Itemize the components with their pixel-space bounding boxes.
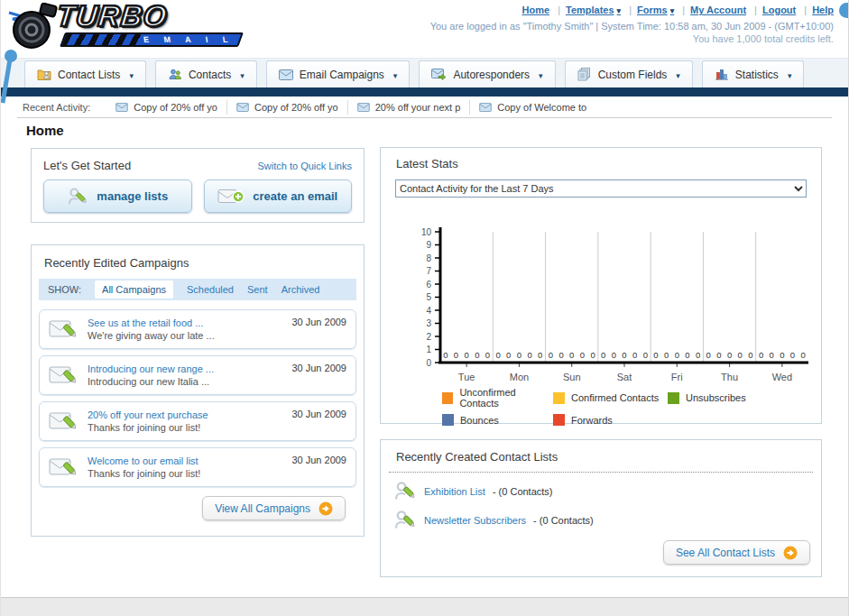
envelope-pencil-icon <box>49 317 79 342</box>
svg-text:Sun: Sun <box>563 372 581 382</box>
svg-text:0: 0 <box>569 350 574 360</box>
contact-list-row[interactable]: Exhibition List - (0 Contacts) <box>393 480 808 502</box>
campaign-date: 30 Jun 2009 <box>291 455 346 465</box>
svg-text:0: 0 <box>485 350 490 360</box>
manage-lists-button[interactable]: manage lists <box>43 179 192 213</box>
recent-activity-item[interactable]: Copy of Welcome to <box>469 100 595 115</box>
contact-list-count: - (0 Contacts) <box>493 486 553 497</box>
header-nav-link[interactable]: Help <box>812 5 834 15</box>
campaign-title-link[interactable]: Welcome to our email list <box>88 455 283 467</box>
svg-text:Thu: Thu <box>721 372 738 382</box>
envelope-pencil-icon <box>49 363 79 388</box>
header-nav-link[interactable]: Forms <box>637 5 674 15</box>
logo-wordmark: TURBO <box>55 0 169 33</box>
arrow-circle-icon <box>318 501 333 516</box>
recent-activity-item[interactable]: 20% off your next p <box>347 100 470 115</box>
get-started-title: Let's Get Started <box>43 159 131 172</box>
logo-email-text: E M A I L <box>143 35 244 44</box>
recent-contact-lists-panel: Recently Created Contact Lists Exhibitio… <box>380 439 822 577</box>
svg-text:7: 7 <box>426 266 431 276</box>
campaign-subtitle: Thanks for joining our list! <box>88 421 283 434</box>
campaign-list: See us at the retail food ... We're givi… <box>32 300 364 487</box>
campaign-title-link[interactable]: See us at the retail food ... <box>88 317 283 329</box>
stats-period-select[interactable]: Contact Activity for the Last 7 Days <box>395 179 807 198</box>
header-nav-link[interactable]: My Account <box>690 5 746 15</box>
svg-text:0: 0 <box>801 350 806 360</box>
campaign-filter-link[interactable]: Scheduled <box>187 284 234 295</box>
campaign-row[interactable]: 20% off your next purchase Thanks for jo… <box>39 401 356 441</box>
header-nav-link[interactable]: Templates <box>566 5 621 15</box>
show-label: SHOW: <box>48 284 81 295</box>
tab-custom-fields[interactable]: Custom Fields <box>565 60 693 87</box>
campaign-title-link[interactable]: Introducing our new range ... <box>88 363 283 375</box>
campaign-subtitle: Thanks for joining our list! <box>88 467 283 480</box>
tab-autoresponders[interactable]: Autoresponders <box>419 60 555 87</box>
svg-text:0: 0 <box>643 350 648 360</box>
campaign-filter-link[interactable]: Sent <box>247 284 268 295</box>
campaign-filter-bar: SHOW: All CampaignsScheduledSentArchived <box>39 279 356 300</box>
svg-text:0: 0 <box>517 350 521 360</box>
legend-swatch <box>553 392 565 404</box>
campaign-date: 30 Jun 2009 <box>291 317 346 327</box>
campaign-row[interactable]: Welcome to our email list Thanks for joi… <box>39 447 356 487</box>
dropdown-arrow-icon <box>673 69 680 81</box>
dropdown-arrow-icon <box>614 5 622 15</box>
svg-text:0: 0 <box>495 350 500 360</box>
svg-text:0: 0 <box>716 350 721 360</box>
legend-item: Forwards <box>553 414 668 426</box>
see-all-contact-lists-button[interactable]: See All Contact Lists <box>663 540 810 565</box>
dropdown-arrow-icon <box>237 69 245 81</box>
envelope-plus-icon <box>217 188 245 206</box>
switch-quick-links-link[interactable]: Switch to Quick Links <box>257 161 352 171</box>
envelope-pencil-icon <box>49 409 79 434</box>
campaign-row[interactable]: Introducing our new range ... Introducin… <box>39 355 356 395</box>
svg-text:4: 4 <box>426 306 431 316</box>
svg-text:0: 0 <box>580 350 585 360</box>
contact-list-name-link[interactable]: Newsletter Subscribers <box>424 515 526 526</box>
svg-text:0: 0 <box>426 358 431 368</box>
header-right: Home |Templates |Forms |My Account |Logo… <box>430 5 834 44</box>
credits-status: You have 1,000 total credits left. <box>430 33 834 44</box>
person-pencil-icon <box>393 480 417 502</box>
nav-separator: | <box>804 5 807 15</box>
svg-text:0: 0 <box>538 350 542 360</box>
person-pencil-icon <box>67 187 88 207</box>
recent-activity-item[interactable]: Copy of 20% off yo <box>106 100 226 115</box>
contact-list-count: - (0 Contacts) <box>533 515 594 526</box>
campaign-filter-link[interactable]: Archived <box>281 284 320 295</box>
legend-item: Bounces <box>442 414 553 426</box>
campaign-subtitle: Introducing our new Italia ... <box>88 375 283 388</box>
contact-list: Exhibition List - (0 Contacts) Newslette… <box>381 473 821 531</box>
envelope-icon <box>115 103 128 112</box>
svg-text:Wed: Wed <box>772 372 792 382</box>
legend-swatch <box>442 414 454 426</box>
tab-statistics[interactable]: Statistics <box>702 60 805 87</box>
campaign-row[interactable]: See us at the retail food ... We're givi… <box>39 309 356 349</box>
svg-text:Sat: Sat <box>617 372 632 382</box>
create-email-button[interactable]: create an email <box>204 179 353 213</box>
campaign-filter-link[interactable]: All Campaigns <box>95 280 173 299</box>
recent-activity-item[interactable]: Copy of 20% off yo <box>226 100 347 115</box>
chart-legend: Unconfirmed Contacts Confirmed Contacts … <box>442 387 821 426</box>
callout-marker-left <box>1 47 21 112</box>
header-nav-link[interactable]: Logout <box>762 5 796 15</box>
legend-item: Confirmed Contacts <box>553 387 668 409</box>
campaign-title-link[interactable]: 20% off your next purchase <box>88 409 283 421</box>
svg-text:0: 0 <box>527 350 531 360</box>
tab-contacts[interactable]: Contacts <box>155 60 257 87</box>
tab-contact-lists[interactable]: Contact Lists <box>24 60 146 87</box>
svg-text:6: 6 <box>426 280 431 290</box>
legend-swatch <box>553 414 565 426</box>
contact-list-row[interactable]: Newsletter Subscribers - (0 Contacts) <box>393 509 808 531</box>
header-nav-link[interactable]: Home <box>522 5 550 15</box>
tab-email-campaigns[interactable]: Email Campaigns <box>266 60 411 87</box>
contact-list-name-link[interactable]: Exhibition List <box>424 486 485 497</box>
legend-item: Unconfirmed Contacts <box>442 387 553 409</box>
turbo-swirl-icon <box>8 3 59 51</box>
svg-text:Fri: Fri <box>671 372 683 382</box>
svg-text:0: 0 <box>549 350 553 360</box>
svg-text:0: 0 <box>727 350 732 360</box>
svg-text:0: 0 <box>738 350 743 360</box>
view-all-campaigns-button[interactable]: View All Campaigns <box>202 496 346 520</box>
svg-text:0: 0 <box>685 350 689 360</box>
